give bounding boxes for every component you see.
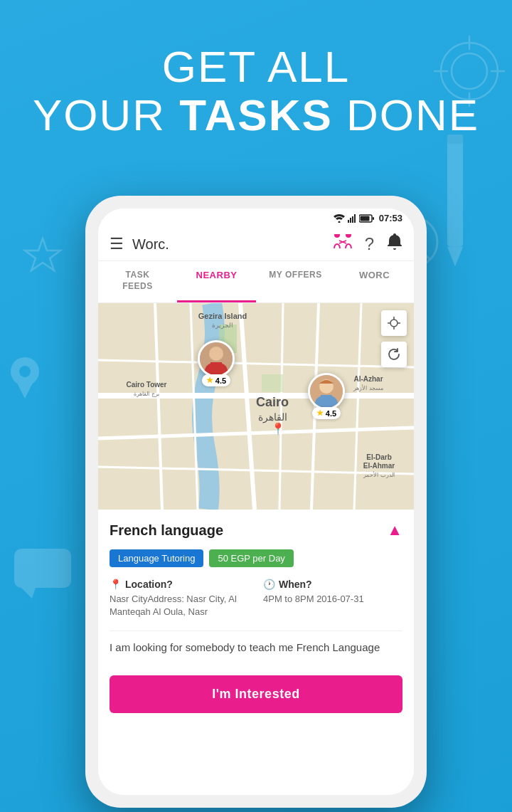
svg-text:Gezira Island: Gezira Island: [198, 312, 247, 320]
svg-rect-20: [352, 216, 353, 223]
app-bar: ☰ Worc. ?: [98, 228, 414, 261]
avatar-1-rating: ★ 4.5: [202, 374, 230, 386]
swap-users-icon[interactable]: [334, 234, 352, 254]
tab-my-offers[interactable]: MY OFFERS: [256, 261, 335, 302]
svg-text:برج القاهرة: برج القاهرة: [134, 391, 159, 397]
collapse-button[interactable]: ▲: [387, 521, 402, 539]
bell-icon[interactable]: [387, 233, 402, 255]
when-value: 4PM to 8PM 2016-07-31: [263, 593, 402, 606]
clock-icon: 🕐: [263, 579, 275, 590]
location-label: 📍 Location?: [110, 579, 249, 590]
task-description: I am looking for somebody to teach me Fr…: [110, 631, 402, 665]
location-value: Nasr CityAddress: Nasr City, Al Manteqah…: [110, 593, 249, 618]
task-title: French language: [110, 522, 223, 539]
svg-text:Cairo: Cairo: [256, 395, 289, 409]
hamburger-icon[interactable]: ☰: [110, 235, 124, 253]
help-icon[interactable]: ?: [365, 234, 374, 254]
hero-section: GET ALL YOUR TASKS DONE: [0, 43, 512, 139]
tags-row: Language Tutoring 50 EGP per Day: [110, 549, 402, 567]
category-tag: Language Tutoring: [110, 549, 203, 567]
svg-rect-19: [350, 218, 351, 223]
signal-icon: [348, 214, 356, 223]
svg-text:مسجد الأزهر: مسجد الأزهر: [353, 384, 383, 391]
svg-text:الجزيرة: الجزيرة: [212, 322, 233, 329]
avatar-pin-1[interactable]: ★ 4.5: [198, 340, 235, 386]
svg-text:القاهرة: القاهرة: [258, 411, 287, 423]
pin-icon: 📍: [110, 579, 122, 590]
map-area[interactable]: Gezira Island الجزيرة Cairo Tower برج ال…: [98, 303, 414, 510]
map-svg: Gezira Island الجزيرة Cairo Tower برج ال…: [98, 303, 414, 510]
hero-line1: GET ALL: [0, 43, 512, 91]
location-col: 📍 Location? Nasr CityAddress: Nasr City,…: [110, 579, 249, 618]
tab-worc[interactable]: WORC: [335, 261, 414, 302]
svg-point-51: [209, 347, 223, 361]
task-header: French language ▲: [110, 521, 402, 539]
svg-rect-18: [348, 220, 349, 223]
svg-text:El-Darb: El-Darb: [366, 453, 392, 461]
wifi-icon: [334, 214, 345, 223]
avatar-pin-2[interactable]: ★ 4.5: [308, 373, 345, 419]
app-title: Worc.: [132, 236, 334, 253]
avatar-2-image: [310, 375, 343, 408]
when-col: 🕐 When? 4PM to 8PM 2016-07-31: [263, 579, 402, 618]
svg-text:الدرب الأحمر: الدرب الأحمر: [363, 471, 394, 478]
svg-rect-53: [210, 362, 222, 375]
svg-rect-24: [373, 217, 374, 220]
svg-text:El-Ahmar: El-Ahmar: [363, 462, 395, 470]
interested-button[interactable]: I'm Interested: [110, 675, 402, 713]
info-row: 📍 Location? Nasr CityAddress: Nasr City,…: [110, 579, 402, 618]
status-bar: 07:53: [98, 209, 414, 228]
locate-button[interactable]: [381, 310, 407, 336]
map-controls: [381, 310, 407, 367]
svg-rect-57: [321, 395, 332, 408]
refresh-button[interactable]: [381, 342, 407, 367]
hero-line2-suffix: DONE: [333, 90, 479, 139]
battery-icon: [359, 214, 375, 223]
hero-line2-prefix: YOUR: [33, 90, 179, 139]
app-bar-icons: ?: [334, 233, 402, 255]
price-tag: 50 EGP per Day: [209, 549, 293, 567]
svg-text:Al-Azhar: Al-Azhar: [353, 375, 383, 383]
svg-rect-21: [354, 214, 356, 223]
svg-point-17: [338, 221, 340, 223]
svg-rect-37: [262, 374, 283, 392]
task-content: French language ▲ Language Tutoring 50 E…: [98, 510, 414, 795]
status-time: 07:53: [379, 213, 402, 223]
svg-rect-23: [360, 216, 369, 221]
avatar-1-image: [200, 342, 233, 375]
hero-line2-bold: TASKS: [179, 90, 333, 139]
when-label: 🕐 When?: [263, 579, 402, 590]
tab-task-feeds[interactable]: TASKFEEDS: [98, 261, 177, 302]
avatar-2-rating: ★ 4.5: [312, 407, 341, 419]
tab-bar: TASKFEEDS NEARBY MY OFFERS WORC: [98, 261, 414, 303]
hero-line2: YOUR TASKS DONE: [0, 91, 512, 139]
phone-mockup: 07:53 ☰ Worc. ?: [85, 196, 427, 808]
svg-point-58: [390, 320, 398, 327]
tab-nearby[interactable]: NEARBY: [177, 261, 256, 302]
svg-text:📍: 📍: [271, 422, 285, 436]
svg-text:Cairo Tower: Cairo Tower: [126, 381, 166, 389]
